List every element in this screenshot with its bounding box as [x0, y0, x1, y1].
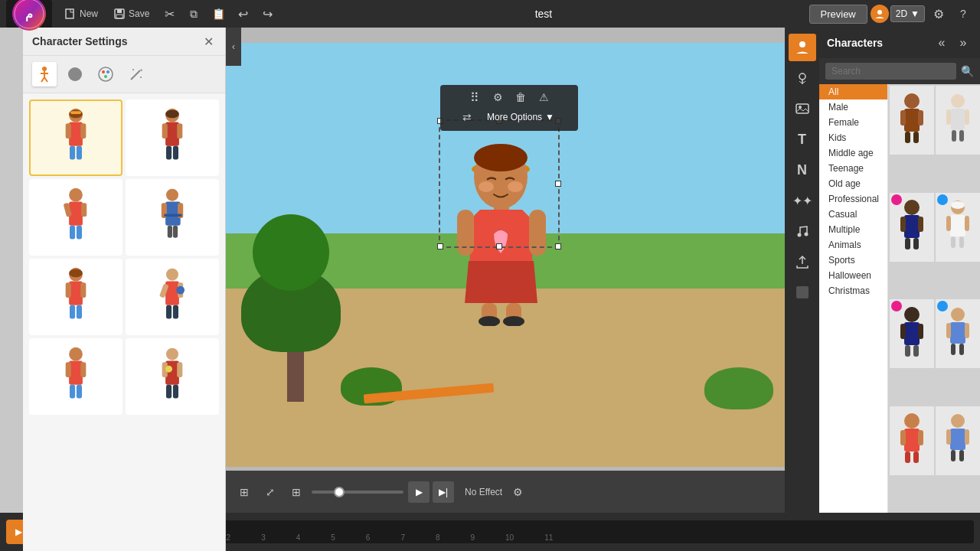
pose-icon — [36, 66, 53, 83]
svg-rect-124 — [905, 345, 910, 357]
svg-rect-137 — [913, 452, 919, 463]
selection-handle-bm[interactable] — [496, 243, 502, 249]
tab-wand[interactable] — [124, 62, 149, 86]
play-button[interactable]: ▶ — [408, 481, 430, 503]
paste-button[interactable]: 📋 — [207, 3, 229, 24]
filter-female[interactable]: Female — [819, 115, 887, 130]
svg-rect-117 — [965, 216, 969, 231]
redo-button[interactable]: ↪ — [256, 3, 278, 24]
filter-halloween[interactable]: Halloween — [819, 268, 887, 283]
list-item[interactable] — [890, 299, 934, 368]
cut-button[interactable]: ✂ — [158, 3, 180, 24]
fullscreen-button[interactable]: ⤢ — [260, 481, 281, 503]
flip-button[interactable]: ⇄ — [458, 108, 476, 126]
svg-rect-136 — [905, 452, 910, 463]
filter-professional[interactable]: Professional — [819, 191, 887, 207]
svg-rect-143 — [959, 450, 964, 461]
scene-canvas[interactable]: ⠿ ⚙ 🗑 ⚠ ⇄ More Options ▼ — [226, 43, 819, 467]
image-button[interactable] — [789, 95, 816, 122]
more-options-button[interactable]: More Options ▼ — [481, 110, 560, 124]
list-item[interactable] — [936, 86, 980, 155]
list-item[interactable] — [936, 193, 980, 262]
tab-palette[interactable] — [93, 62, 118, 86]
number-button[interactable]: N — [789, 156, 816, 184]
list-item[interactable] — [29, 338, 122, 415]
selection-handle-mr[interactable] — [555, 181, 561, 187]
panel-next-button[interactable]: » — [954, 34, 972, 52]
copy-button[interactable]: ⧉ — [183, 3, 204, 24]
settings-char-button[interactable]: ⚙ — [488, 88, 507, 106]
effect-settings-button[interactable]: ⚙ — [507, 481, 528, 503]
svg-rect-105 — [952, 130, 956, 142]
delete-char-button[interactable]: 🗑 — [511, 88, 530, 106]
svg-point-89 — [799, 73, 805, 80]
list-item[interactable] — [936, 299, 980, 368]
filter-middle-age[interactable]: Middle age — [819, 145, 887, 161]
filter-teenage[interactable]: Teenage — [819, 161, 887, 176]
panel-prev-button[interactable]: « — [933, 34, 951, 52]
warning-button[interactable]: ⚠ — [534, 88, 553, 106]
list-item[interactable] — [126, 99, 219, 176]
list-item[interactable] — [126, 338, 219, 415]
playback-slider[interactable] — [312, 491, 403, 494]
slider-thumb[interactable] — [334, 487, 345, 497]
characters-panel-button[interactable] — [789, 34, 816, 61]
drag-handle-button[interactable]: ⠿ — [466, 88, 484, 106]
list-item[interactable] — [29, 259, 122, 335]
list-item[interactable] — [29, 179, 122, 256]
music-icon — [795, 224, 809, 238]
char-panel-close-button[interactable]: ✕ — [201, 34, 216, 49]
search-input[interactable] — [825, 63, 956, 80]
svg-point-6 — [877, 10, 882, 15]
filter-animals[interactable]: Animals — [819, 237, 887, 253]
search-button[interactable]: 🔍 — [961, 65, 974, 77]
new-button[interactable]: New — [58, 5, 104, 23]
text-button[interactable]: T — [789, 126, 816, 153]
mode-selector[interactable]: 2D ▼ — [890, 5, 925, 22]
background-button[interactable] — [789, 279, 816, 306]
filter-old-age[interactable]: Old age — [819, 176, 887, 191]
tab-color[interactable] — [63, 62, 87, 86]
list-item[interactable] — [936, 406, 980, 475]
list-item[interactable] — [890, 86, 934, 155]
filter-kids[interactable]: Kids — [819, 130, 887, 145]
timeline-ruler[interactable]: 1 2 3 4 5 6 7 8 9 10 11 — [188, 520, 974, 543]
filter-all[interactable]: All — [819, 84, 887, 99]
character-thumbnail — [53, 346, 99, 407]
tab-pose[interactable] — [32, 62, 57, 86]
svg-rect-109 — [900, 217, 906, 232]
svg-rect-31 — [162, 123, 168, 139]
collapse-panel-button[interactable]: ‹ — [226, 28, 241, 66]
fit-screen-button[interactable]: ⊞ — [234, 481, 255, 503]
skip-button[interactable]: ▶| — [433, 481, 454, 503]
settings-button[interactable]: ⚙ — [928, 3, 949, 24]
filter-male[interactable]: Male — [819, 99, 887, 115]
ruler-mark-6: 6 — [366, 533, 371, 543]
filter-christmas[interactable]: Christmas — [819, 283, 887, 298]
filter-casual[interactable]: Casual — [819, 207, 887, 222]
stars-button[interactable]: ✦✦ — [789, 187, 816, 214]
filter-sports[interactable]: Sports — [819, 253, 887, 268]
music-button[interactable] — [789, 217, 816, 245]
logo: م — [6, 0, 52, 28]
save-button[interactable]: Save — [107, 5, 155, 23]
svg-rect-142 — [951, 450, 956, 461]
svg-rect-119 — [959, 236, 964, 248]
svg-point-92 — [797, 233, 801, 237]
location-button[interactable] — [789, 64, 816, 92]
character-settings-panel: Character Settings ✕ — [23, 28, 226, 551]
list-item[interactable] — [126, 259, 219, 335]
undo-button[interactable]: ↩ — [232, 3, 253, 24]
preview-button[interactable]: Preview — [809, 5, 867, 24]
grid-button[interactable]: ⊞ — [286, 481, 307, 503]
upload-button[interactable] — [789, 248, 816, 276]
svg-rect-134 — [900, 430, 906, 445]
selection-handle-br[interactable] — [555, 243, 561, 249]
list-item[interactable] — [126, 179, 219, 256]
list-item[interactable] — [890, 406, 934, 475]
list-item[interactable] — [890, 193, 934, 262]
help-button[interactable]: ? — [952, 3, 974, 24]
list-item[interactable] — [29, 99, 122, 176]
filter-multiple[interactable]: Multiple — [819, 222, 887, 237]
selection-handle-bl[interactable] — [437, 243, 443, 249]
